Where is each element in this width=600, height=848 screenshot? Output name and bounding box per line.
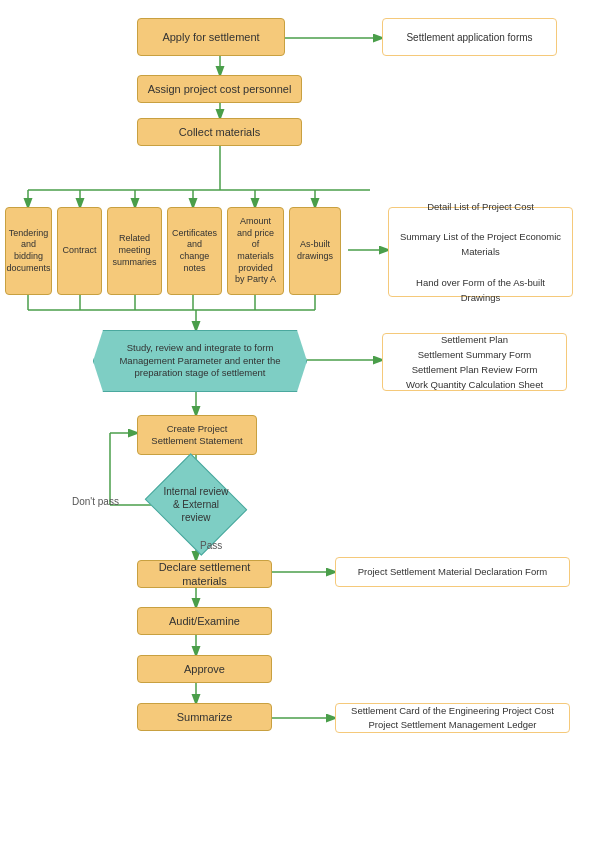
summarize-box: Summarize [137, 703, 272, 731]
settlement-card-box: Settlement Card of the Engineering Proje… [335, 703, 570, 733]
meeting-box: Related meeting summaries [107, 207, 162, 295]
study-box: Study, review and integrate to form Mana… [93, 330, 307, 392]
amount-box: Amount and price of materials provided b… [227, 207, 284, 295]
contract-box: Contract [57, 207, 102, 295]
approve-box: Approve [137, 655, 272, 683]
detail-list-box: Detail List of Project Cost Summary List… [388, 207, 573, 297]
assign-box: Assign project cost personnel [137, 75, 302, 103]
dont-pass-label: Don't pass [72, 496, 119, 507]
certificates-box: Certificates and change notes [167, 207, 222, 295]
settlement-plan-box: Settlement Plan Settlement Summary Form … [382, 333, 567, 391]
declaration-form-box: Project Settlement Material Declaration … [335, 557, 570, 587]
settlement-forms-box: Settlement application forms [382, 18, 557, 56]
pass-label: Pass [200, 540, 222, 551]
collect-box: Collect materials [137, 118, 302, 146]
tendering-box: Tendering and bidding documents [5, 207, 52, 295]
apply-box: Apply for settlement [137, 18, 285, 56]
audit-box: Audit/Examine [137, 607, 272, 635]
review-diamond: Internal review & External review [145, 453, 248, 556]
asbuilt-box: As-built drawings [289, 207, 341, 295]
declare-box: Declare settlement materials [137, 560, 272, 588]
diagram: Apply for settlement Settlement applicat… [0, 0, 600, 848]
create-box: Create Project Settlement Statement [137, 415, 257, 455]
